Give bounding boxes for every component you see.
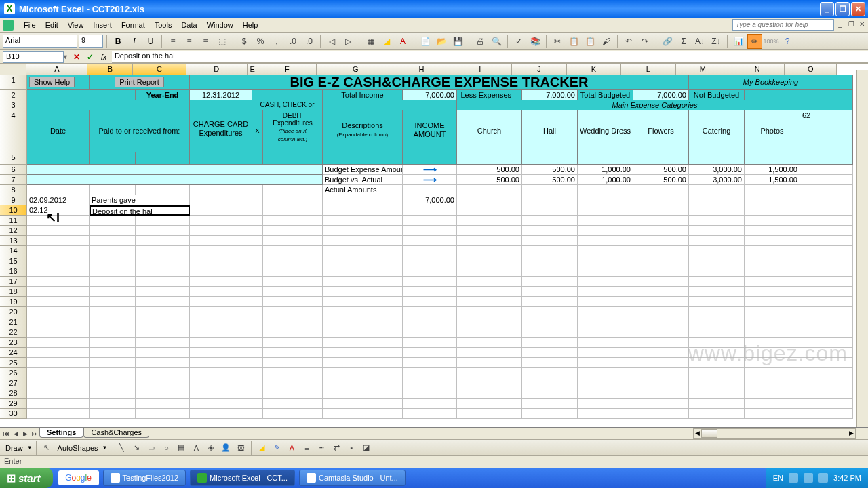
vertical-scrollbar[interactable] xyxy=(856,70,868,434)
clipart-button[interactable]: 👤 xyxy=(219,441,233,455)
column-header-I[interactable]: I xyxy=(448,64,512,75)
undo-button[interactable]: ↶ xyxy=(621,34,636,49)
fill-color-button[interactable]: ◢ xyxy=(379,34,394,49)
copy-button[interactable]: 📋 xyxy=(566,34,581,49)
column-header-K[interactable]: K xyxy=(567,64,621,75)
category-header-3[interactable]: Flowers xyxy=(633,110,689,152)
column-header-M[interactable]: M xyxy=(676,64,730,75)
column-header-A[interactable]: A xyxy=(26,64,87,75)
row-header-30[interactable]: 30 xyxy=(0,409,27,419)
column-header-C[interactable]: C xyxy=(133,64,186,75)
diagram-button[interactable]: ◈ xyxy=(204,441,218,455)
minimize-button[interactable]: _ xyxy=(820,2,834,16)
editing-cell[interactable]: Deposit on the hal xyxy=(90,205,190,216)
align-left-button[interactable]: ≡ xyxy=(165,34,180,49)
column-header-O[interactable]: O xyxy=(785,64,837,75)
doc-minimize-button[interactable]: _ xyxy=(835,19,845,28)
sort-asc-button[interactable]: A↓ xyxy=(692,34,707,49)
spelling-button[interactable]: ✓ xyxy=(511,34,526,49)
help-search-input[interactable] xyxy=(732,19,834,30)
arrow-button[interactable]: ↘ xyxy=(130,441,143,455)
row-header-24[interactable]: 24 xyxy=(0,348,27,358)
row-header-22[interactable]: 22 xyxy=(0,327,27,338)
dash-style-button[interactable]: ┅ xyxy=(315,441,328,455)
format-painter-button[interactable]: 🖌 xyxy=(599,34,614,49)
row-header-5[interactable]: 5 xyxy=(0,152,27,165)
row-header-7[interactable]: 7 xyxy=(0,175,27,185)
underline-button[interactable]: U xyxy=(143,34,158,49)
row-header-8[interactable]: 8 xyxy=(0,185,27,195)
row-header-26[interactable]: 26 xyxy=(0,368,27,378)
autoshapes-menu[interactable]: AutoShapes xyxy=(55,443,101,453)
row-header-21[interactable]: 21 xyxy=(0,317,27,327)
spreadsheet-grid[interactable]: ABCDEFGHIJKLMNO 123456789101112131415161… xyxy=(0,64,868,427)
row-header-2[interactable]: 2 xyxy=(0,90,27,100)
chart-button[interactable]: 📊 xyxy=(731,34,746,49)
google-search-bar[interactable]: Google xyxy=(58,470,99,485)
decrease-decimal-button[interactable]: .0 xyxy=(302,34,317,49)
currency-button[interactable]: $ xyxy=(237,34,252,49)
percent-button[interactable]: % xyxy=(253,34,268,49)
line-style-button[interactable]: ≡ xyxy=(300,441,313,455)
formula-cancel-button[interactable]: ✕ xyxy=(71,52,82,62)
row-header-12[interactable]: 12 xyxy=(0,226,27,236)
tab-nav-prev-button[interactable]: ◀ xyxy=(11,428,20,439)
arrow-style-button[interactable]: ⇄ xyxy=(330,441,343,455)
maximize-button[interactable]: ❐ xyxy=(835,2,850,16)
row-header-3[interactable]: 3 xyxy=(0,100,27,110)
line-color-button[interactable]: ✎ xyxy=(270,441,283,455)
font-selector[interactable]: Arial xyxy=(3,35,77,48)
row-header-17[interactable]: 17 xyxy=(0,277,27,287)
row-header-11[interactable]: 11 xyxy=(0,216,27,226)
row-header-19[interactable]: 19 xyxy=(0,297,27,307)
bold-button[interactable]: B xyxy=(111,34,125,49)
print-button[interactable]: 🖨 xyxy=(473,34,488,49)
bookkeeping-label[interactable]: My Bookkeeping xyxy=(689,75,853,90)
formula-input[interactable]: Deposit on the hal xyxy=(112,51,868,63)
decrease-indent-button[interactable]: ◁ xyxy=(324,34,339,49)
start-button[interactable]: start xyxy=(0,468,53,488)
workbook-ctrl-icon[interactable] xyxy=(3,20,14,30)
taskbar-item-camtasia[interactable]: Camtasia Studio - Unt... xyxy=(299,470,406,486)
font-size-selector[interactable]: 9 xyxy=(79,35,103,48)
paste-button[interactable]: 📋 xyxy=(583,34,597,49)
tab-nav-next-button[interactable]: ▶ xyxy=(20,428,30,439)
cut-button[interactable]: ✂ xyxy=(550,34,565,49)
draw-menu[interactable]: Draw xyxy=(3,443,26,453)
row-header-20[interactable]: 20 xyxy=(0,307,27,317)
comma-button[interactable]: , xyxy=(269,34,284,49)
column-header-F[interactable]: F xyxy=(258,64,317,75)
category-header-1[interactable]: Hall xyxy=(522,110,578,152)
3d-button[interactable]: ◪ xyxy=(359,441,373,455)
zoom-selector[interactable]: 100% xyxy=(764,34,778,49)
row-header-13[interactable]: 13 xyxy=(0,236,27,246)
horizontal-scrollbar[interactable]: ◀ ▶ xyxy=(693,428,856,439)
doc-close-button[interactable]: ✕ xyxy=(857,19,867,28)
column-header-D[interactable]: D xyxy=(186,64,248,75)
research-button[interactable]: 📚 xyxy=(528,34,542,49)
language-indicator[interactable]: EN xyxy=(773,474,783,482)
row-header-14[interactable]: 14 xyxy=(0,246,27,256)
column-header-E[interactable]: E xyxy=(248,64,258,75)
italic-button[interactable]: I xyxy=(127,34,142,49)
tab-nav-first-button[interactable]: ⏮ xyxy=(1,428,11,439)
tray-icon[interactable] xyxy=(818,473,828,483)
increase-decimal-button[interactable]: .0 xyxy=(285,34,300,49)
print-report-button[interactable]: Print Report xyxy=(115,77,164,87)
textbox-button[interactable]: ▤ xyxy=(174,441,188,455)
increase-indent-button[interactable]: ▷ xyxy=(340,34,355,49)
tab-nav-last-button[interactable]: ⏭ xyxy=(30,428,39,439)
row-header-29[interactable]: 29 xyxy=(0,399,27,409)
hyperlink-button[interactable]: 🔗 xyxy=(660,34,675,49)
menu-format[interactable]: Format xyxy=(117,20,150,30)
column-header-B[interactable]: B xyxy=(87,64,133,75)
menu-window[interactable]: Window xyxy=(202,20,238,30)
name-box[interactable]: B10 xyxy=(3,51,64,63)
picture-button[interactable]: 🖼 xyxy=(234,441,248,455)
menu-help[interactable]: Help xyxy=(238,20,263,30)
taskbar-item-excel[interactable]: Microsoft Excel - CCT... xyxy=(190,470,295,486)
print-preview-button[interactable]: 🔍 xyxy=(489,34,504,49)
row-header-16[interactable]: 16 xyxy=(0,266,27,277)
menu-edit[interactable]: Edit xyxy=(41,20,63,30)
row-header-18[interactable]: 18 xyxy=(0,287,27,297)
